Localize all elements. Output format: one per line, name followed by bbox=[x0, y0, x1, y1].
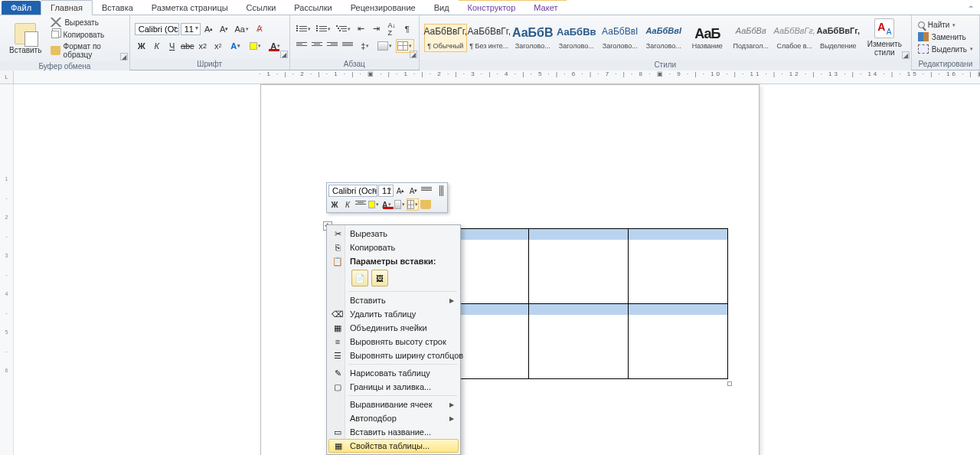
document-canvas[interactable]: ✥ Calibri (Основ 11 A▴ A▾ bbox=[14, 84, 980, 455]
mini-font-size[interactable]: 11 bbox=[378, 185, 394, 197]
numbering-button[interactable] bbox=[315, 22, 333, 36]
multilevel-button[interactable] bbox=[335, 22, 353, 36]
paste-keep-formatting[interactable]: 📄 bbox=[351, 270, 368, 286]
shrink-font-button[interactable]: A▾ bbox=[217, 22, 231, 36]
tab-review[interactable]: Рецензирование bbox=[341, 1, 425, 15]
style-item[interactable]: АаБбВвГг,¶ Обычный bbox=[424, 24, 467, 52]
mini-grow-font[interactable]: A▴ bbox=[394, 185, 407, 197]
format-painter-button[interactable]: Формат по образцу bbox=[49, 41, 124, 60]
style-item[interactable]: АаБбВвГг,¶ Без инте... bbox=[468, 24, 511, 52]
clear-formatting-button[interactable]: A̷ bbox=[253, 22, 266, 36]
ctx-distribute-rows[interactable]: ≡Выровнять высоту строк bbox=[328, 335, 459, 349]
table-cell[interactable] bbox=[629, 304, 728, 379]
ctx-cut[interactable]: ✂Вырезать bbox=[328, 227, 459, 241]
style-item[interactable]: АаБбВвІЗаголово... bbox=[599, 24, 642, 52]
ctx-cell-alignment[interactable]: Выравнивание ячеек▶ bbox=[328, 398, 459, 411]
mini-format-painter[interactable] bbox=[420, 198, 432, 211]
mini-shading[interactable] bbox=[394, 198, 406, 211]
mini-shrink-font[interactable]: A▾ bbox=[407, 185, 420, 197]
styles-gallery[interactable]: АаБбВвГг,¶ ОбычныйАаБбВвГг,¶ Без инте...… bbox=[424, 24, 860, 52]
ctx-copy[interactable]: ⎘Копировать bbox=[328, 241, 459, 254]
tab-insert[interactable]: Вставка bbox=[93, 1, 142, 15]
decrease-indent-button[interactable]: ⇤ bbox=[354, 22, 368, 36]
ctx-draw-table[interactable]: ✎Нарисовать таблицу bbox=[328, 366, 459, 380]
ctx-insert[interactable]: Вставить▶ bbox=[328, 293, 459, 307]
tab-references[interactable]: Ссылки bbox=[237, 1, 286, 15]
style-item[interactable]: АаБбВвГг,Выделение bbox=[817, 24, 860, 52]
paste-button[interactable]: Вставить bbox=[5, 21, 46, 56]
ctx-insert-caption[interactable]: ▭Вставить название... bbox=[328, 425, 459, 439]
find-button[interactable]: Найти ▾ bbox=[916, 20, 975, 30]
paragraph-launcher[interactable]: ◢ bbox=[410, 51, 417, 58]
vertical-ruler[interactable]: 1-2-3-4-5-6 bbox=[0, 84, 14, 455]
tab-page-layout[interactable]: Разметка страницы bbox=[142, 1, 237, 15]
shading-button[interactable] bbox=[376, 39, 394, 53]
collapse-ribbon-icon[interactable]: ⌃ bbox=[962, 3, 980, 15]
mini-highlight[interactable] bbox=[368, 198, 380, 211]
style-item[interactable]: АаБбВвПодзагол... bbox=[730, 24, 773, 52]
line-spacing-button[interactable]: ‡ bbox=[356, 39, 374, 53]
sort-button[interactable]: A↓Z bbox=[385, 22, 399, 36]
change-case-button[interactable]: Aa bbox=[233, 22, 251, 36]
subscript-button[interactable]: x2 bbox=[196, 39, 210, 53]
tab-file[interactable]: Файл bbox=[2, 1, 41, 15]
grow-font-button[interactable]: A▴ bbox=[202, 22, 216, 36]
ctx-autofit[interactable]: Автоподбор▶ bbox=[328, 411, 459, 425]
paste-icon: 📋 bbox=[332, 255, 344, 267]
mini-dist-rows[interactable] bbox=[420, 185, 433, 197]
select-button[interactable]: Выделить ▾ bbox=[916, 44, 975, 54]
table-cell[interactable] bbox=[529, 304, 629, 379]
cut-button[interactable]: Вырезать bbox=[49, 17, 124, 28]
bullets-button[interactable] bbox=[295, 22, 313, 36]
font-name-combo[interactable]: Calibri (Осно bbox=[135, 23, 179, 35]
superscript-button[interactable]: x2 bbox=[211, 39, 225, 53]
justify-button[interactable] bbox=[341, 39, 354, 53]
table-cell[interactable] bbox=[629, 229, 728, 304]
text-effects-button[interactable]: A bbox=[227, 39, 245, 53]
mini-bold[interactable]: Ж bbox=[328, 198, 341, 211]
styles-launcher[interactable]: ◢ bbox=[902, 51, 910, 59]
mini-align[interactable] bbox=[354, 198, 367, 211]
underline-button[interactable]: Ч bbox=[165, 39, 179, 53]
table-cell[interactable] bbox=[529, 229, 629, 304]
style-item[interactable]: АаБбВвГг,Слабое в... bbox=[773, 24, 816, 52]
ctx-distribute-cols[interactable]: ☰Выровнять ширину столбцов bbox=[328, 349, 459, 362]
italic-button[interactable]: К bbox=[150, 39, 164, 53]
tab-view[interactable]: Вид bbox=[425, 1, 459, 15]
strike-button[interactable]: abc bbox=[181, 39, 194, 53]
style-item[interactable]: АаБНазвание bbox=[686, 24, 729, 52]
bold-button[interactable]: Ж bbox=[135, 39, 149, 53]
tab-table-layout[interactable]: Макет bbox=[524, 1, 567, 15]
copy-button[interactable]: Копировать bbox=[49, 29, 124, 40]
tab-home[interactable]: Главная bbox=[41, 0, 93, 15]
table-resize-handle[interactable] bbox=[727, 381, 732, 386]
align-left-button[interactable] bbox=[295, 39, 309, 53]
mini-dist-cols[interactable] bbox=[433, 185, 446, 197]
mini-italic[interactable]: К bbox=[341, 198, 354, 211]
style-item[interactable]: АаБбВвІЗаголово... bbox=[642, 24, 685, 52]
mini-font-color[interactable]: A bbox=[381, 198, 393, 211]
ctx-borders-shading[interactable]: ▢Границы и заливка... bbox=[328, 380, 459, 394]
highlight-button[interactable] bbox=[247, 39, 265, 53]
mini-font-name[interactable]: Calibri (Основ bbox=[328, 185, 377, 197]
font-launcher[interactable]: ◢ bbox=[280, 51, 288, 58]
paste-picture[interactable]: 🖼 bbox=[371, 270, 388, 286]
tab-selector[interactable]: L bbox=[0, 70, 14, 83]
ctx-merge-cells[interactable]: ▦Объединить ячейки bbox=[328, 321, 459, 335]
align-right-button[interactable] bbox=[325, 39, 339, 53]
style-item[interactable]: АаБбВЗаголово... bbox=[511, 24, 554, 52]
mini-borders[interactable] bbox=[407, 198, 419, 211]
style-item[interactable]: АаБбВвЗаголово... bbox=[555, 24, 598, 52]
horizontal-ruler[interactable]: · 1 · | · 2 · | · 1 · | · ▣ · | · 1 · | … bbox=[14, 70, 980, 83]
change-styles-button[interactable]: Изменить стили bbox=[863, 17, 906, 58]
ctx-delete-table[interactable]: ⌫Удалить таблицу bbox=[328, 307, 459, 321]
clipboard-launcher[interactable]: ◢ bbox=[120, 53, 128, 61]
increase-indent-button[interactable]: ⇥ bbox=[370, 22, 384, 36]
replace-button[interactable]: Заменить bbox=[916, 31, 975, 42]
show-marks-button[interactable]: ¶ bbox=[400, 22, 414, 36]
font-size-combo[interactable]: 11 bbox=[181, 23, 201, 35]
tab-table-design[interactable]: Конструктор bbox=[459, 1, 525, 15]
ctx-table-properties[interactable]: ▦Свойства таблицы... bbox=[328, 439, 459, 453]
align-center-button[interactable] bbox=[310, 39, 324, 53]
tab-mailings[interactable]: Рассылки bbox=[285, 1, 341, 15]
